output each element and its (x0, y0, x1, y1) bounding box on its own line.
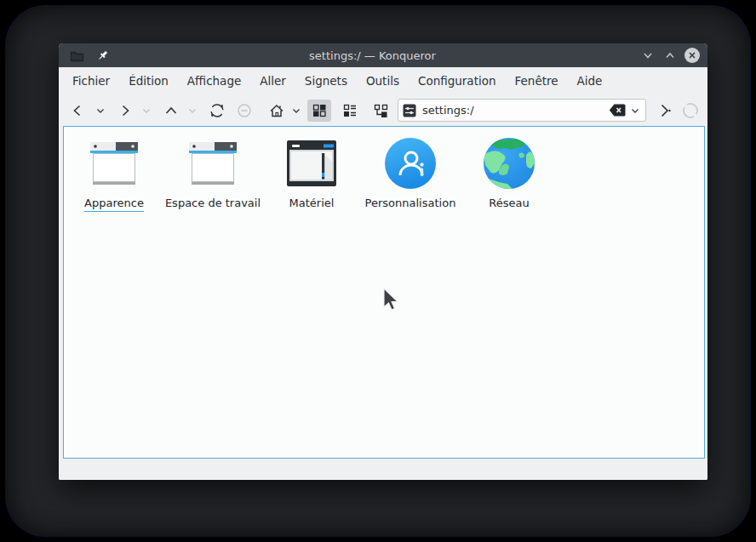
window-title: settings:/ — Konqueror (110, 49, 635, 62)
go-button[interactable] (655, 100, 675, 122)
preferences-hardware-tablet-icon (284, 136, 339, 191)
close-button[interactable] (684, 48, 700, 63)
preferences-network-globe-icon (482, 136, 536, 191)
menu-configuration[interactable]: Configuration (409, 70, 506, 92)
location-input[interactable]: settings:/ (422, 104, 609, 117)
spinner-icon (681, 101, 700, 120)
chevron-down-icon (140, 105, 152, 117)
location-bar[interactable]: settings:/ (398, 99, 646, 122)
home-dropdown[interactable] (289, 100, 304, 122)
list-item-reseau[interactable]: Réseau (460, 136, 558, 211)
menu-signets[interactable]: Signets (295, 70, 357, 92)
menu-aller[interactable]: Aller (250, 70, 295, 92)
file-label[interactable]: Personnalisation (365, 197, 456, 211)
home-icon (267, 101, 286, 120)
tree-view-icon (372, 102, 389, 119)
preferences-workspace-window-icon (186, 136, 240, 191)
preferences-personalization-user-icon (383, 136, 438, 191)
list-item-apparence[interactable]: Apparence (65, 136, 163, 212)
menubar: Fichier Édition Affichage Aller Signets … (59, 67, 707, 94)
folder-view[interactable]: Apparence Espace de travail (63, 126, 705, 459)
chevron-down-icon (290, 105, 302, 117)
window-controls (640, 48, 700, 63)
list-item-espace-de-travail[interactable]: Espace de travail (163, 136, 262, 211)
menu-fichier[interactable]: Fichier (63, 70, 119, 92)
clear-backspace-icon[interactable] (609, 104, 626, 117)
icon-view-icon (311, 102, 328, 119)
up-history-dropdown[interactable] (185, 100, 200, 122)
details-view-button[interactable] (338, 100, 362, 122)
list-item-materiel[interactable]: Matériel (262, 136, 361, 211)
chevron-left-icon (69, 102, 86, 119)
icon-view-button[interactable] (307, 100, 331, 122)
back-history-dropdown[interactable] (93, 100, 108, 122)
list-item-personnalisation[interactable]: Personnalisation (361, 136, 460, 211)
menu-aide[interactable]: Aide (568, 70, 612, 92)
file-label[interactable]: Apparence (84, 197, 144, 212)
tree-view-button[interactable] (369, 100, 392, 122)
up-button[interactable] (161, 100, 181, 122)
chevron-up-icon (664, 49, 676, 61)
back-button[interactable] (67, 100, 88, 122)
go-arrow-icon (656, 101, 674, 120)
forward-button[interactable] (115, 100, 135, 122)
titlebar[interactable]: settings:/ — Konqueror (59, 43, 707, 67)
file-label[interactable]: Espace de travail (165, 197, 261, 211)
menu-edition[interactable]: Édition (119, 70, 178, 92)
refresh-icon (208, 101, 226, 120)
chevron-right-icon (117, 102, 134, 119)
home-button[interactable] (266, 100, 287, 122)
statusbar (59, 459, 707, 480)
maximize-button[interactable] (662, 48, 678, 63)
reload-button[interactable] (207, 100, 227, 122)
preferences-appearance-window-icon (87, 136, 141, 191)
menu-affichage[interactable]: Affichage (178, 70, 250, 92)
location-dropdown-icon[interactable] (629, 105, 641, 117)
file-label[interactable]: Matériel (289, 197, 335, 211)
folder-icon (70, 49, 84, 62)
pin-icon[interactable] (97, 49, 110, 62)
zoom-out-button[interactable] (234, 100, 255, 122)
details-view-icon (341, 102, 358, 119)
konqueror-window: settings:/ — Konqueror (59, 43, 707, 480)
chevron-down-icon (94, 105, 106, 117)
loading-indicator (680, 100, 701, 122)
chevron-down-icon (186, 105, 198, 117)
chevron-up-icon (163, 102, 180, 119)
chevron-down-icon (642, 49, 654, 61)
menu-fenetre[interactable]: Fenêtre (506, 70, 568, 92)
settings-sliders-icon (403, 104, 416, 117)
desktop-background: settings:/ — Konqueror (6, 6, 750, 536)
forward-history-dropdown[interactable] (139, 100, 154, 122)
close-icon (688, 51, 696, 60)
zoom-out-icon (235, 101, 254, 120)
minimize-button[interactable] (640, 48, 656, 63)
menu-outils[interactable]: Outils (357, 70, 409, 92)
file-label[interactable]: Réseau (489, 197, 529, 211)
toolbar: settings:/ (59, 94, 707, 126)
